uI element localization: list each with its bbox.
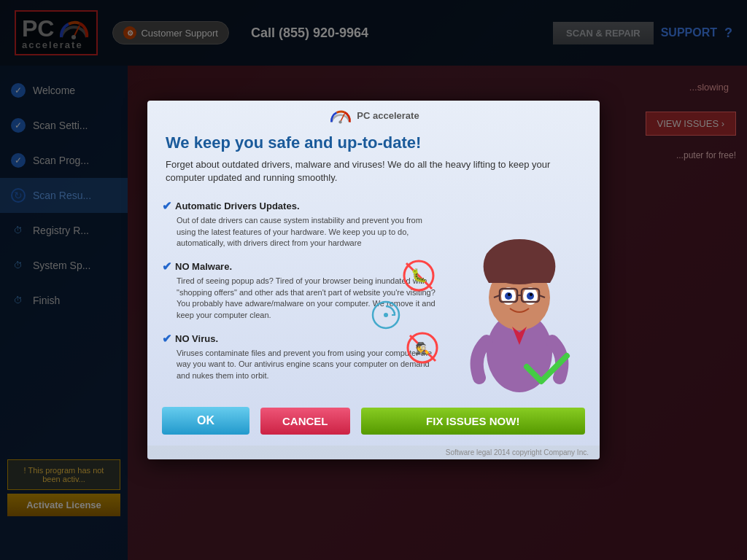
feature-no-virus: ✔ NO Virus. Viruses contaminate files an…	[162, 332, 443, 381]
feature-desc-virus: Viruses contaminate files and prevent yo…	[177, 348, 443, 381]
svg-text:🕵: 🕵	[415, 341, 430, 355]
update-icon	[370, 299, 403, 335]
ok-button[interactable]: OK	[162, 407, 249, 435]
modal-title: We keep you safe and up-to-date!	[166, 133, 581, 152]
modal-body: ✔ Automatic Drivers Updates. Out of date…	[147, 192, 600, 400]
spy-icon: 🕵	[406, 332, 439, 368]
svg-point-8	[384, 313, 388, 317]
malware-icon: 🐛	[403, 260, 436, 295]
modal-mascot	[454, 199, 585, 392]
cancel-button[interactable]: CANCEL	[260, 408, 350, 435]
modal-speedometer-icon	[328, 106, 353, 125]
svg-point-25	[508, 293, 511, 296]
feature-label-malware: NO Malware.	[175, 261, 232, 272]
checkmark-icon-2: ✔	[162, 260, 171, 273]
copyright-text: Software legal 2014 copyright Company In…	[446, 448, 589, 456]
feature-label-virus: NO Virus.	[175, 333, 218, 344]
modal-copyright: Software legal 2014 copyright Company In…	[147, 446, 600, 459]
feature-label-drivers: Automatic Drivers Updates.	[175, 201, 300, 211]
feature-title-malware: ✔ NO Malware.	[162, 260, 443, 273]
mascot-figure	[457, 225, 581, 392]
modal-overlay: PC accelerate We keep you safe and up-to…	[0, 0, 747, 560]
fix-issues-button[interactable]: FIX ISSUES NOW!	[361, 408, 586, 435]
checkmark-icon-1: ✔	[162, 199, 171, 213]
feature-auto-drivers: ✔ Automatic Drivers Updates. Out of date…	[162, 199, 443, 249]
svg-point-26	[530, 293, 533, 296]
modal-inner-logo: PC accelerate	[328, 106, 419, 125]
svg-text:🐛: 🐛	[411, 268, 427, 284]
checkmark-icon-3: ✔	[162, 332, 171, 346]
modal-footer: OK CANCEL FIX ISSUES NOW!	[147, 400, 600, 446]
svg-point-3	[338, 120, 341, 123]
modal-dialog: PC accelerate We keep you safe and up-to…	[147, 101, 600, 459]
feature-title-drivers: ✔ Automatic Drivers Updates.	[162, 199, 443, 213]
feature-desc-drivers: Out of date drivers can cause system ins…	[177, 215, 443, 249]
modal-logo-text: PC accelerate	[357, 110, 419, 121]
modal-features: ✔ Automatic Drivers Updates. Out of date…	[162, 199, 443, 392]
modal-subtitle: Forget about outdated drivers, malware a…	[166, 158, 581, 184]
